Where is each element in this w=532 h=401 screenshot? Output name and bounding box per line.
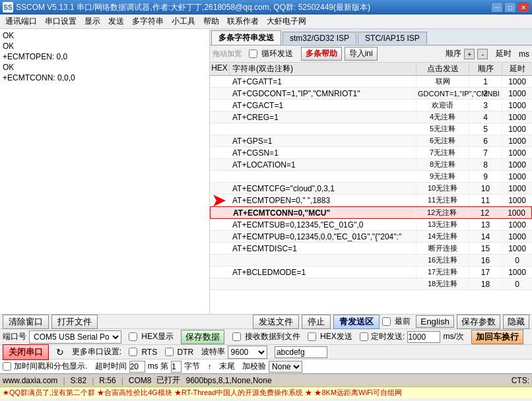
menu-display[interactable]: 显示	[81, 15, 104, 28]
cell-click[interactable]: GDCONT=1,"IP","CMNBI	[416, 89, 469, 98]
table-row[interactable]: 16无注释 16 0	[210, 255, 532, 266]
maximize-button[interactable]: □	[504, 2, 516, 13]
cell-str[interactable]: AT+LOCATION=1	[230, 160, 416, 170]
baud-select[interactable]: 9600	[228, 346, 267, 359]
cell-str[interactable]	[230, 176, 416, 177]
cell-click[interactable]: 11无注释	[416, 195, 469, 206]
stop-button[interactable]: 停止	[302, 315, 331, 329]
hide-button[interactable]: 隐藏	[503, 315, 529, 329]
table-row[interactable]: AT+ECMTDISC=1 断开连接 15 1000	[210, 243, 532, 255]
tab-stc[interactable]: STC/IAP15 ISP	[358, 32, 427, 44]
table-row[interactable]: AT+ECMTCFG="cloud",0,3,1 10无注释 10 1000	[210, 183, 532, 195]
order-plus-button[interactable]: +	[464, 49, 475, 59]
cell-click[interactable]: 12无注释	[416, 207, 469, 218]
cell-click[interactable]: 9无注释	[416, 171, 469, 182]
cell-click[interactable]: 13无注释	[416, 219, 469, 230]
open-file-button[interactable]: 打开文件	[51, 315, 98, 329]
import-ini-button[interactable]: 导入ini	[345, 47, 378, 61]
cell-click[interactable]: 6无注释	[416, 135, 469, 146]
table-row[interactable]: 5无注释 5 1000	[210, 123, 532, 135]
table-row[interactable]: AT+ECMTOPEN=0," ",1883 11无注释 11 1000	[210, 195, 532, 206]
table-row[interactable]: AT+GPS=1 6无注释 6 1000	[210, 135, 532, 147]
cell-str[interactable]: AT+ECMTPUB=0,12345,0,0,"EC_01G","{"204":…	[230, 231, 416, 242]
add-time-checkbox[interactable]	[3, 362, 11, 371]
cell-click[interactable]: 18无注释	[416, 278, 469, 290]
close-button[interactable]: ✕	[517, 2, 529, 13]
return-send-button[interactable]: 加回车换行	[471, 330, 523, 344]
last-checkbox[interactable]	[382, 317, 391, 326]
cell-click[interactable]: 4无注释	[416, 111, 469, 123]
cell-str[interactable]	[230, 129, 416, 130]
cell-str[interactable]	[230, 260, 416, 261]
clear-button[interactable]: 清除窗口	[3, 315, 49, 329]
refresh-icon[interactable]: ↻	[56, 347, 64, 357]
hex-display-checkbox[interactable]	[129, 332, 137, 341]
cell-str[interactable]: AT+BCLEDMODE=1	[230, 267, 416, 278]
tab-stm32[interactable]: stm32/GD32 ISP	[283, 32, 356, 44]
page-input[interactable]	[171, 361, 182, 373]
english-button[interactable]: English	[416, 315, 454, 328]
table-row[interactable]: 9无注释 9 1000	[210, 171, 532, 183]
timeout-input[interactable]	[129, 361, 145, 373]
cell-click[interactable]: 8无注释	[416, 159, 469, 170]
cell-str[interactable]: AT+CGACT=1	[230, 100, 416, 111]
table-row[interactable]: AT+ECMTPUB=0,12345,0,0,"EC_01G","{"204":…	[210, 231, 532, 243]
menu-serial-settings[interactable]: 串口设置	[41, 15, 81, 28]
table-row[interactable]: AT+CGACT=1 欢迎语 3 1000	[210, 100, 532, 111]
menu-multistr[interactable]: 多字符串	[128, 15, 168, 28]
table-row[interactable]: AT+ECMTSUB=0,12345,"EC_01G",0 13无注释 13 1…	[210, 219, 532, 231]
cell-click[interactable]: 7无注释	[416, 147, 469, 158]
cell-click[interactable]: 17无注释	[416, 266, 469, 278]
table-row[interactable]: AT+CGDCONT=1,"IP","CMNRIOT1" GDCONT=1,"I…	[210, 88, 532, 100]
menu-contact[interactable]: 联系作者	[223, 15, 263, 28]
rts-checkbox[interactable]	[129, 348, 137, 356]
cell-str[interactable]: AT+ECMTCONN=0,"MCU"	[230, 208, 416, 218]
cell-str[interactable]: AT+CGSN=1	[230, 148, 416, 158]
order-minus-button[interactable]: -	[477, 49, 488, 59]
menu-help[interactable]: 帮助	[199, 15, 223, 28]
minimize-button[interactable]: ─	[491, 2, 503, 13]
hex-send-checkbox[interactable]	[308, 332, 316, 341]
cell-click[interactable]: 断开连接	[416, 243, 469, 254]
port-select[interactable]: COM5 USB Serial Port	[29, 330, 121, 344]
send-area-button[interactable]: 青发送区	[333, 315, 380, 329]
save-data-button[interactable]: 保存数据	[181, 330, 224, 344]
tab-multistr[interactable]: 多条字符串发送	[211, 30, 281, 45]
menu-send[interactable]: 发送	[104, 15, 128, 28]
check-select[interactable]: None	[269, 361, 302, 373]
table-row[interactable]: AT+CGSN=1 7无注释 7 1000	[210, 147, 532, 159]
menu-comm-port[interactable]: 通讯端口	[1, 15, 41, 28]
table-row[interactable]: AT+BCLEDMODE=1 17无注释 17 1000	[210, 266, 532, 278]
main-input[interactable]	[275, 346, 327, 358]
cell-click[interactable]: 欢迎语	[416, 100, 469, 111]
close-port-button[interactable]: 关闭串口	[3, 344, 49, 360]
cell-click[interactable]: 14无注释	[416, 231, 469, 242]
cell-click[interactable]: 16无注释	[416, 255, 469, 266]
table-row[interactable]: AT+CREG=1 4无注释 4 1000	[210, 111, 532, 123]
cell-click[interactable]: 5无注释	[416, 123, 469, 135]
timed-interval-input[interactable]	[407, 331, 440, 343]
cell-str[interactable]: AT+CGDCONT=1,"IP","CMNRIOT1"	[230, 88, 416, 99]
table-row[interactable]: 18无注释 18 0	[210, 278, 532, 290]
table-row[interactable]: AT+LOCATION=1 8无注释 8 1000	[210, 159, 532, 171]
multi-help-button[interactable]: 多条帮助	[301, 47, 342, 61]
table-row[interactable]: AT+ECMTCONN=0,"MCU" 12无注释 12 1000	[210, 206, 532, 219]
table-row[interactable]: AT+CGATT=1 联网 1 1000	[210, 76, 532, 88]
cell-str[interactable]: AT+CREG=1	[230, 112, 416, 123]
cell-str[interactable]: AT+ECMTCFG="cloud",0,3,1	[230, 183, 416, 194]
cell-str[interactable]: AT+ECMTOPEN=0," ",1883	[230, 195, 416, 206]
cell-str[interactable]: AT+ECMTSUB=0,12345,"EC_01G",0	[230, 220, 416, 230]
cell-str[interactable]: AT+ECMTDISC=1	[230, 243, 416, 254]
cell-str[interactable]: AT+CGATT=1	[230, 77, 416, 87]
timed-send-checkbox[interactable]	[360, 332, 368, 341]
cell-click[interactable]: 联网	[416, 76, 469, 87]
menu-tools[interactable]: 小工具	[168, 15, 199, 28]
loop-send-checkbox[interactable]	[249, 49, 257, 58]
send-file-button[interactable]: 发送文件	[253, 315, 299, 329]
dtr-checkbox[interactable]	[165, 348, 174, 356]
cell-str[interactable]: AT+GPS=1	[230, 136, 416, 146]
cell-str[interactable]	[230, 284, 416, 285]
menu-daxia[interactable]: 大虾电子网	[263, 15, 310, 28]
cell-click[interactable]: 10无注释	[416, 183, 469, 194]
recv-to-file-checkbox[interactable]	[232, 332, 241, 341]
